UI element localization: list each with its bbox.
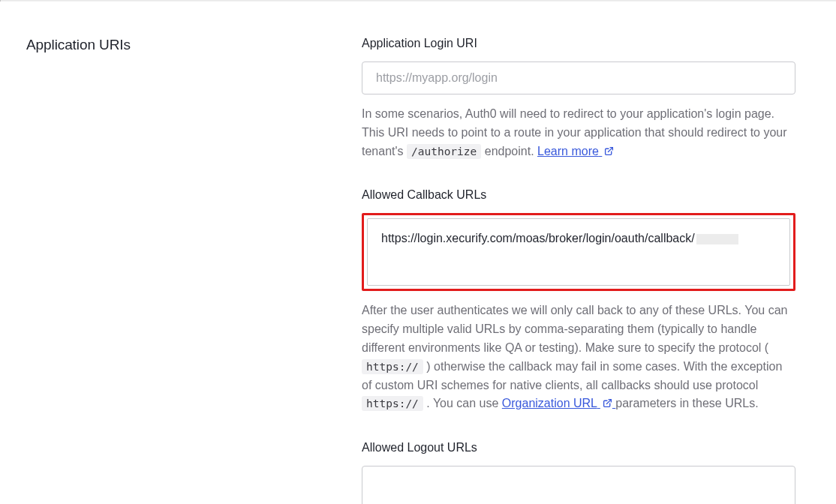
help-text-segment: . You can use: [426, 397, 502, 410]
login-uri-help: In some scenarios, Auth0 will need to re…: [362, 105, 795, 160]
form-col: Application Login URI In some scenarios,…: [362, 34, 816, 504]
redacted-segment: [696, 234, 738, 244]
help-text-segment: endpoint.: [485, 145, 537, 158]
callback-urls-group: Allowed Callback URLs https://login.xecu…: [362, 186, 795, 413]
callback-urls-help: After the user authenticates we will onl…: [362, 302, 795, 413]
section-header-col: Application URIs: [0, 34, 362, 504]
learn-more-link[interactable]: Learn more: [537, 145, 614, 158]
logout-urls-label: Allowed Logout URLs: [362, 439, 795, 457]
login-uri-label: Application Login URI: [362, 34, 795, 52]
logout-urls-group: Allowed Logout URLs: [362, 439, 795, 504]
login-uri-input[interactable]: [362, 62, 795, 94]
svg-line-0: [609, 147, 613, 152]
https-code: https://: [362, 359, 423, 374]
help-text-segment: After the user authenticates we will onl…: [362, 304, 787, 354]
help-text-segment: ) otherwise the callback may fail in som…: [362, 360, 782, 392]
link-label: Learn more: [537, 145, 599, 158]
https-code: https://: [362, 396, 423, 411]
callback-url-value: https://login.xecurify.com/moas/broker/l…: [381, 232, 695, 244]
authorize-code: /authorize: [407, 144, 481, 159]
help-text-segment: parameters in these URLs.: [615, 397, 758, 410]
external-link-icon: [604, 146, 614, 156]
callback-highlight-box: https://login.xecurify.com/moas/broker/l…: [362, 213, 795, 291]
logout-urls-input[interactable]: [362, 466, 795, 504]
organization-url-link[interactable]: Organization URL: [502, 397, 615, 410]
callback-urls-input[interactable]: https://login.xecurify.com/moas/broker/l…: [367, 218, 790, 286]
callback-urls-label: Allowed Callback URLs: [362, 186, 795, 204]
svg-line-1: [606, 400, 611, 404]
uris-section: Application URIs Application Login URI I…: [0, 2, 836, 504]
login-uri-group: Application Login URI In some scenarios,…: [362, 34, 795, 160]
external-link-icon: [603, 398, 612, 408]
section-title: Application URIs: [26, 34, 362, 56]
link-label: Organization URL: [502, 397, 597, 410]
